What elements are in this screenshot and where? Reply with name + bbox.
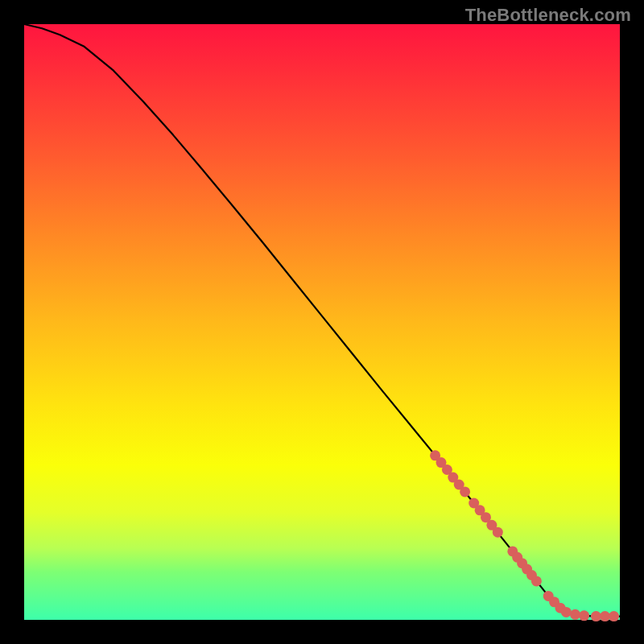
data-marker — [460, 486, 470, 497]
data-marker — [570, 609, 580, 620]
data-marker — [531, 576, 542, 586]
bottleneck-curve — [24, 24, 620, 617]
data-marker — [493, 527, 503, 538]
data-marker — [561, 607, 572, 617]
plot-area — [24, 24, 620, 620]
data-marker — [609, 611, 619, 621]
chart-frame: TheBottleneck.com — [0, 0, 644, 644]
data-marker — [591, 611, 601, 621]
watermark-text: TheBottleneck.com — [465, 5, 631, 26]
data-marker — [579, 610, 589, 621]
marker-group — [430, 450, 619, 621]
curve-svg — [24, 24, 620, 620]
data-marker — [600, 611, 610, 621]
